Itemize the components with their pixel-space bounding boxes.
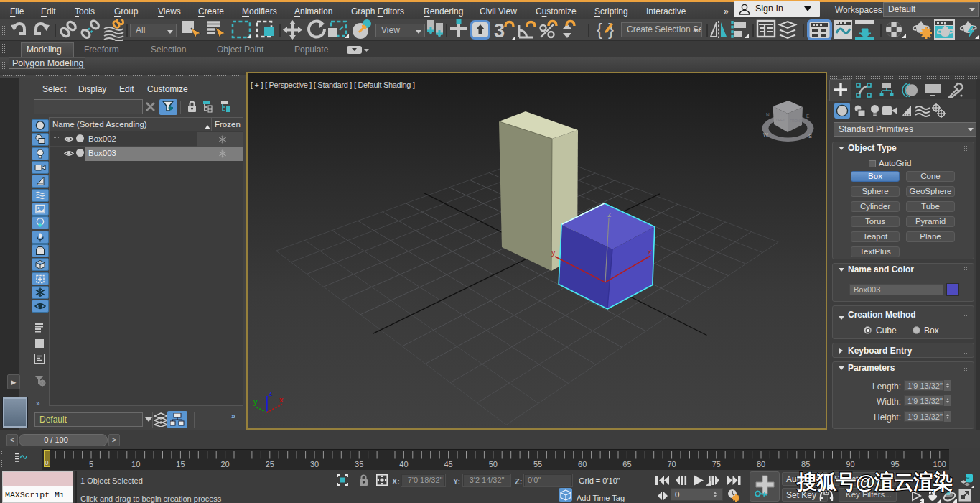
- svg-text:50: 50: [489, 460, 498, 469]
- svg-text:FRONT: FRONT: [790, 119, 802, 123]
- svg-text:z: z: [607, 210, 612, 218]
- svg-text:{: {: [597, 19, 602, 39]
- svg-text:75: 75: [712, 460, 721, 469]
- svg-text:45: 45: [444, 460, 452, 469]
- svg-text:y: y: [551, 248, 556, 257]
- svg-text:80: 80: [757, 460, 765, 469]
- svg-text:E: E: [806, 114, 810, 119]
- svg-text:90: 90: [846, 460, 854, 469]
- svg-text:N: N: [766, 112, 770, 117]
- svg-text:15: 15: [176, 460, 185, 469]
- svg-text:x: x: [648, 247, 652, 256]
- svg-text:35: 35: [355, 460, 363, 469]
- svg-text:60: 60: [578, 460, 587, 469]
- svg-text:W: W: [763, 131, 769, 138]
- svg-text:55: 55: [533, 460, 542, 469]
- svg-text:3: 3: [494, 20, 505, 41]
- svg-text:30: 30: [310, 460, 319, 469]
- svg-text:x: x: [279, 396, 284, 404]
- svg-text:25: 25: [266, 460, 274, 469]
- svg-text:95: 95: [890, 460, 899, 469]
- svg-text:z: z: [269, 389, 272, 397]
- svg-text:40: 40: [399, 460, 408, 469]
- svg-text:100: 100: [933, 460, 946, 469]
- svg-text:5: 5: [89, 460, 93, 469]
- svg-text:10: 10: [131, 460, 140, 469]
- svg-text:20: 20: [220, 460, 229, 469]
- svg-text:LEFT: LEFT: [776, 118, 785, 122]
- svg-text:65: 65: [622, 460, 631, 469]
- svg-text:y: y: [253, 398, 258, 406]
- svg-text:85: 85: [801, 460, 810, 469]
- svg-text:S: S: [808, 133, 812, 139]
- svg-text:70: 70: [667, 460, 676, 469]
